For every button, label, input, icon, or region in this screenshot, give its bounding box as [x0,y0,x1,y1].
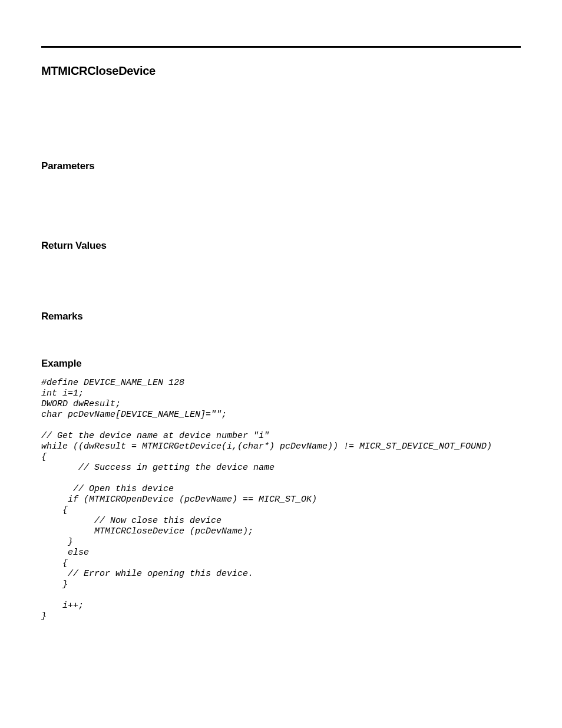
section-heading-example: Example [41,358,521,370]
code-block: #define DEVICE_NAME_LEN 128 int i=1; DWO… [41,378,521,622]
section-heading-remarks: Remarks [41,311,521,322]
section-heading-parameters: Parameters [41,160,521,172]
page-title: MTMICRCloseDevice [41,64,521,78]
section-heading-return-values: Return Values [41,240,521,252]
top-rule [41,46,521,48]
document-page: MTMICRCloseDevice Parameters Return Valu… [0,0,562,663]
